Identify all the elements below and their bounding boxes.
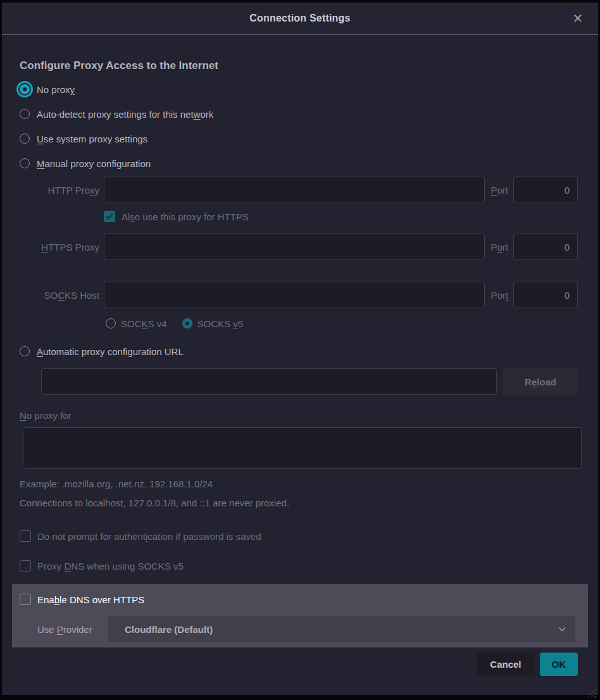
use-provider-label: Use Provider (37, 624, 108, 635)
radio-socks-v4-icon[interactable] (106, 318, 116, 328)
radio-icon[interactable] (20, 109, 30, 119)
proxy-dns-row[interactable]: Proxy DNS when using SOCKS v5 (20, 559, 580, 573)
doh-section: Enable DNS over HTTPS Use Provider Cloud… (12, 584, 588, 647)
socks-version-row: SOCKS v4 SOCKS v5 (106, 316, 598, 330)
dialog-title: Connection Settings (249, 13, 350, 24)
socks-port-label: Port (485, 290, 513, 301)
http-proxy-label: HTTP Proxy (20, 185, 104, 196)
socks-host-input[interactable] (104, 282, 485, 308)
dialog-footer: Cancel OK (2, 653, 578, 676)
cancel-button[interactable]: Cancel (477, 653, 534, 676)
enable-doh-row[interactable]: Enable DNS over HTTPS (20, 592, 575, 606)
provider-dropdown-value: Cloudflare (Default) (125, 624, 558, 635)
radio-auto-detect[interactable]: Auto-detect proxy settings for this netw… (20, 106, 580, 122)
reload-button[interactable]: Reload (503, 368, 578, 396)
localhost-note-text: Connections to localhost, 127.0.0.1/8, a… (20, 497, 580, 508)
https-proxy-label: HTTPS Proxy (20, 242, 104, 253)
auto-url-input[interactable] (41, 368, 497, 395)
also-https-label: Also use this proxy for HTTPS (122, 211, 249, 222)
connection-settings-window: Connection Settings ✕ Configure Proxy Ac… (0, 0, 600, 700)
dialog-titlebar: Connection Settings ✕ (2, 3, 598, 35)
https-proxy-row: HTTPS Proxy Port (20, 234, 578, 260)
no-prompt-auth-row[interactable]: Do not prompt for authentication if pass… (20, 529, 580, 543)
radio-manual-proxy[interactable]: Manual proxy configuration (20, 156, 580, 171)
radio-icon[interactable] (20, 346, 30, 356)
http-port-input[interactable] (513, 177, 578, 203)
checkbox-checked-icon[interactable] (104, 211, 115, 222)
radio-icon[interactable] (20, 134, 30, 144)
connection-settings-dialog: Connection Settings ✕ Configure Proxy Ac… (2, 3, 598, 695)
check-icon (106, 213, 113, 220)
checkbox-icon[interactable] (20, 594, 31, 605)
no-proxy-for-textarea[interactable] (23, 427, 582, 469)
socks-v5-label: SOCKS v5 (197, 318, 244, 329)
enable-doh-label: Enable DNS over HTTPS (37, 594, 144, 605)
radio-auto-detect-label: Auto-detect proxy settings for this netw… (37, 109, 213, 120)
socks-host-label: SOCKS Host (20, 290, 104, 301)
checkbox-icon[interactable] (20, 530, 31, 542)
provider-dropdown[interactable]: Cloudflare (Default) (108, 616, 575, 642)
socks-host-row: SOCKS Host Port (20, 282, 578, 308)
no-prompt-auth-label: Do not prompt for authentication if pass… (37, 531, 261, 542)
http-proxy-input[interactable] (104, 177, 485, 203)
radio-no-proxy-label: No proxy (37, 84, 75, 95)
auto-url-row: Reload (41, 368, 578, 396)
ok-button[interactable]: OK (540, 653, 578, 676)
close-icon[interactable]: ✕ (569, 9, 587, 27)
radio-system-proxy-label: Use system proxy settings (37, 134, 147, 144)
section-heading: Configure Proxy Access to the Internet (20, 59, 580, 72)
https-port-input[interactable] (513, 234, 578, 260)
no-proxy-for-label: No proxy for (20, 410, 580, 421)
radio-selected-icon[interactable] (20, 84, 30, 94)
https-proxy-input[interactable] (104, 234, 485, 260)
socks-v4-label: SOCKS v4 (121, 318, 167, 329)
socks-port-input[interactable] (513, 282, 578, 308)
http-port-label: Port (485, 185, 513, 196)
chevron-down-icon (558, 625, 566, 634)
also-https-row[interactable]: Also use this proxy for HTTPS (104, 209, 578, 223)
radio-auto-url-label: Automatic proxy configuration URL (37, 346, 184, 357)
http-proxy-row: HTTP Proxy Port (20, 177, 578, 203)
radio-no-proxy[interactable]: No proxy (20, 82, 580, 97)
no-proxy-example-text: Example: .mozilla.org, .net.nz, 192.168.… (20, 478, 580, 489)
radio-auto-url[interactable]: Automatic proxy configuration URL (20, 344, 580, 359)
radio-system-proxy[interactable]: Use system proxy settings (20, 131, 580, 146)
radio-manual-proxy-label: Manual proxy configuration (37, 158, 151, 169)
proxy-dns-label: Proxy DNS when using SOCKS v5 (37, 561, 184, 572)
checkbox-icon[interactable] (20, 560, 31, 572)
https-port-label: Port (485, 242, 513, 253)
radio-socks-v5-icon[interactable] (182, 318, 192, 328)
radio-icon[interactable] (20, 158, 30, 168)
provider-row: Use Provider Cloudflare (Default) (37, 616, 575, 642)
dialog-content: Configure Proxy Access to the Internet N… (2, 35, 598, 695)
